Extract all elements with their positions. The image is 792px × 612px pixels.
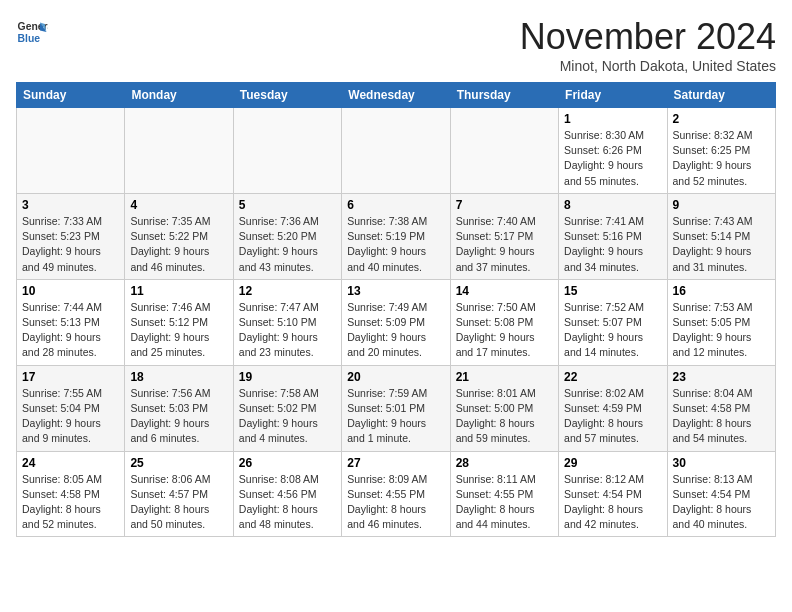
- week-row-5: 24Sunrise: 8:05 AMSunset: 4:58 PMDayligh…: [17, 451, 776, 537]
- day-info: Sunrise: 8:30 AMSunset: 6:26 PMDaylight:…: [564, 128, 661, 189]
- week-row-1: 1Sunrise: 8:30 AMSunset: 6:26 PMDaylight…: [17, 108, 776, 194]
- day-info: Sunrise: 7:43 AMSunset: 5:14 PMDaylight:…: [673, 214, 770, 275]
- calendar-table: SundayMondayTuesdayWednesdayThursdayFrid…: [16, 82, 776, 537]
- day-cell: 25Sunrise: 8:06 AMSunset: 4:57 PMDayligh…: [125, 451, 233, 537]
- day-info: Sunrise: 8:32 AMSunset: 6:25 PMDaylight:…: [673, 128, 770, 189]
- day-info: Sunrise: 8:09 AMSunset: 4:55 PMDaylight:…: [347, 472, 444, 533]
- day-cell: 24Sunrise: 8:05 AMSunset: 4:58 PMDayligh…: [17, 451, 125, 537]
- day-cell: 4Sunrise: 7:35 AMSunset: 5:22 PMDaylight…: [125, 193, 233, 279]
- day-cell: [17, 108, 125, 194]
- day-cell: 6Sunrise: 7:38 AMSunset: 5:19 PMDaylight…: [342, 193, 450, 279]
- day-info: Sunrise: 7:55 AMSunset: 5:04 PMDaylight:…: [22, 386, 119, 447]
- day-cell: 10Sunrise: 7:44 AMSunset: 5:13 PMDayligh…: [17, 279, 125, 365]
- day-info: Sunrise: 7:38 AMSunset: 5:19 PMDaylight:…: [347, 214, 444, 275]
- day-number: 29: [564, 456, 661, 470]
- day-number: 1: [564, 112, 661, 126]
- day-cell: 26Sunrise: 8:08 AMSunset: 4:56 PMDayligh…: [233, 451, 341, 537]
- day-info: Sunrise: 7:50 AMSunset: 5:08 PMDaylight:…: [456, 300, 553, 361]
- day-number: 28: [456, 456, 553, 470]
- day-cell: 3Sunrise: 7:33 AMSunset: 5:23 PMDaylight…: [17, 193, 125, 279]
- day-number: 16: [673, 284, 770, 298]
- week-row-3: 10Sunrise: 7:44 AMSunset: 5:13 PMDayligh…: [17, 279, 776, 365]
- day-cell: [125, 108, 233, 194]
- day-number: 22: [564, 370, 661, 384]
- day-info: Sunrise: 7:35 AMSunset: 5:22 PMDaylight:…: [130, 214, 227, 275]
- col-header-friday: Friday: [559, 83, 667, 108]
- day-cell: 27Sunrise: 8:09 AMSunset: 4:55 PMDayligh…: [342, 451, 450, 537]
- day-cell: 15Sunrise: 7:52 AMSunset: 5:07 PMDayligh…: [559, 279, 667, 365]
- day-info: Sunrise: 7:49 AMSunset: 5:09 PMDaylight:…: [347, 300, 444, 361]
- header: General Blue November 2024 Minot, North …: [16, 16, 776, 74]
- day-info: Sunrise: 7:33 AMSunset: 5:23 PMDaylight:…: [22, 214, 119, 275]
- day-info: Sunrise: 8:11 AMSunset: 4:55 PMDaylight:…: [456, 472, 553, 533]
- day-number: 12: [239, 284, 336, 298]
- day-info: Sunrise: 7:46 AMSunset: 5:12 PMDaylight:…: [130, 300, 227, 361]
- day-cell: 30Sunrise: 8:13 AMSunset: 4:54 PMDayligh…: [667, 451, 775, 537]
- day-cell: [450, 108, 558, 194]
- day-number: 5: [239, 198, 336, 212]
- title-area: November 2024 Minot, North Dakota, Unite…: [520, 16, 776, 74]
- day-number: 18: [130, 370, 227, 384]
- day-cell: 11Sunrise: 7:46 AMSunset: 5:12 PMDayligh…: [125, 279, 233, 365]
- day-number: 14: [456, 284, 553, 298]
- week-row-4: 17Sunrise: 7:55 AMSunset: 5:04 PMDayligh…: [17, 365, 776, 451]
- day-number: 9: [673, 198, 770, 212]
- day-cell: 8Sunrise: 7:41 AMSunset: 5:16 PMDaylight…: [559, 193, 667, 279]
- day-info: Sunrise: 8:04 AMSunset: 4:58 PMDaylight:…: [673, 386, 770, 447]
- day-info: Sunrise: 8:12 AMSunset: 4:54 PMDaylight:…: [564, 472, 661, 533]
- day-cell: 9Sunrise: 7:43 AMSunset: 5:14 PMDaylight…: [667, 193, 775, 279]
- day-number: 8: [564, 198, 661, 212]
- day-number: 30: [673, 456, 770, 470]
- day-number: 2: [673, 112, 770, 126]
- location-title: Minot, North Dakota, United States: [520, 58, 776, 74]
- day-cell: 20Sunrise: 7:59 AMSunset: 5:01 PMDayligh…: [342, 365, 450, 451]
- logo-icon: General Blue: [16, 16, 48, 48]
- svg-text:Blue: Blue: [18, 33, 41, 44]
- day-info: Sunrise: 7:53 AMSunset: 5:05 PMDaylight:…: [673, 300, 770, 361]
- day-number: 23: [673, 370, 770, 384]
- day-number: 27: [347, 456, 444, 470]
- day-info: Sunrise: 7:59 AMSunset: 5:01 PMDaylight:…: [347, 386, 444, 447]
- header-row: SundayMondayTuesdayWednesdayThursdayFrid…: [17, 83, 776, 108]
- col-header-sunday: Sunday: [17, 83, 125, 108]
- col-header-wednesday: Wednesday: [342, 83, 450, 108]
- day-cell: 23Sunrise: 8:04 AMSunset: 4:58 PMDayligh…: [667, 365, 775, 451]
- day-info: Sunrise: 7:44 AMSunset: 5:13 PMDaylight:…: [22, 300, 119, 361]
- day-cell: 16Sunrise: 7:53 AMSunset: 5:05 PMDayligh…: [667, 279, 775, 365]
- day-cell: 12Sunrise: 7:47 AMSunset: 5:10 PMDayligh…: [233, 279, 341, 365]
- day-info: Sunrise: 8:01 AMSunset: 5:00 PMDaylight:…: [456, 386, 553, 447]
- day-info: Sunrise: 7:41 AMSunset: 5:16 PMDaylight:…: [564, 214, 661, 275]
- day-number: 4: [130, 198, 227, 212]
- col-header-thursday: Thursday: [450, 83, 558, 108]
- day-info: Sunrise: 7:36 AMSunset: 5:20 PMDaylight:…: [239, 214, 336, 275]
- day-cell: 2Sunrise: 8:32 AMSunset: 6:25 PMDaylight…: [667, 108, 775, 194]
- col-header-saturday: Saturday: [667, 83, 775, 108]
- day-info: Sunrise: 7:56 AMSunset: 5:03 PMDaylight:…: [130, 386, 227, 447]
- day-info: Sunrise: 8:13 AMSunset: 4:54 PMDaylight:…: [673, 472, 770, 533]
- day-cell: 28Sunrise: 8:11 AMSunset: 4:55 PMDayligh…: [450, 451, 558, 537]
- day-cell: 29Sunrise: 8:12 AMSunset: 4:54 PMDayligh…: [559, 451, 667, 537]
- day-cell: 7Sunrise: 7:40 AMSunset: 5:17 PMDaylight…: [450, 193, 558, 279]
- col-header-tuesday: Tuesday: [233, 83, 341, 108]
- day-cell: 1Sunrise: 8:30 AMSunset: 6:26 PMDaylight…: [559, 108, 667, 194]
- day-number: 6: [347, 198, 444, 212]
- day-number: 11: [130, 284, 227, 298]
- week-row-2: 3Sunrise: 7:33 AMSunset: 5:23 PMDaylight…: [17, 193, 776, 279]
- day-info: Sunrise: 7:47 AMSunset: 5:10 PMDaylight:…: [239, 300, 336, 361]
- day-number: 19: [239, 370, 336, 384]
- day-info: Sunrise: 7:40 AMSunset: 5:17 PMDaylight:…: [456, 214, 553, 275]
- day-number: 7: [456, 198, 553, 212]
- day-number: 10: [22, 284, 119, 298]
- day-number: 26: [239, 456, 336, 470]
- logo: General Blue: [16, 16, 48, 48]
- day-number: 25: [130, 456, 227, 470]
- day-cell: 5Sunrise: 7:36 AMSunset: 5:20 PMDaylight…: [233, 193, 341, 279]
- day-cell: [233, 108, 341, 194]
- day-info: Sunrise: 8:05 AMSunset: 4:58 PMDaylight:…: [22, 472, 119, 533]
- day-cell: 17Sunrise: 7:55 AMSunset: 5:04 PMDayligh…: [17, 365, 125, 451]
- day-cell: 19Sunrise: 7:58 AMSunset: 5:02 PMDayligh…: [233, 365, 341, 451]
- day-cell: 22Sunrise: 8:02 AMSunset: 4:59 PMDayligh…: [559, 365, 667, 451]
- day-number: 24: [22, 456, 119, 470]
- day-info: Sunrise: 7:52 AMSunset: 5:07 PMDaylight:…: [564, 300, 661, 361]
- day-number: 21: [456, 370, 553, 384]
